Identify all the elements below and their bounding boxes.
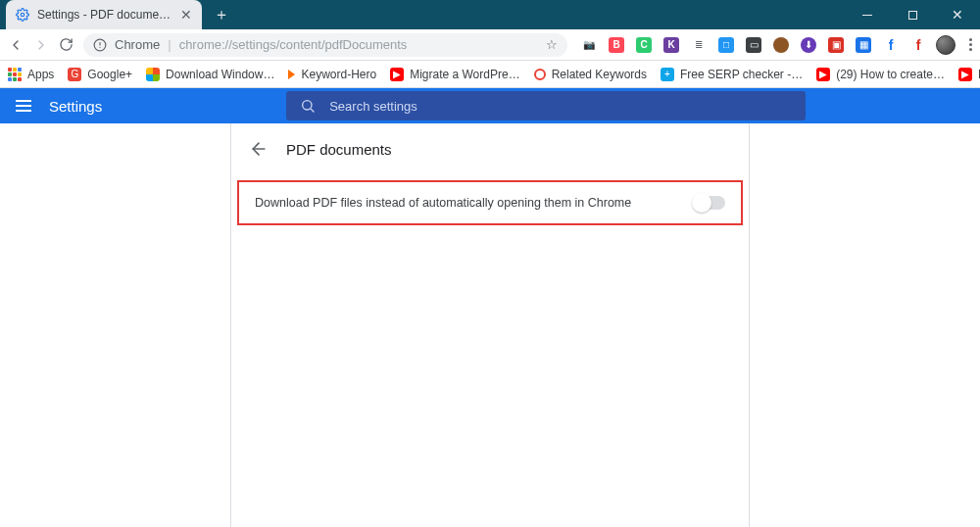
settings-page-header: PDF documents [231, 123, 749, 174]
ext-f1[interactable]: f [883, 37, 899, 53]
chrome-menu-button[interactable] [969, 38, 972, 51]
new-tab-button[interactable]: ＋ [208, 2, 235, 27]
tab-close-icon[interactable]: ✕ [180, 7, 192, 23]
bookmark-star-icon[interactable]: ☆ [546, 37, 558, 52]
address-scheme: Chrome [115, 37, 160, 52]
bookmark-item[interactable]: Related Keywords [534, 68, 647, 81]
forward-button[interactable] [33, 37, 49, 53]
ext-cookie[interactable] [773, 37, 789, 53]
window-close-button[interactable]: ✕ [935, 0, 980, 29]
pdf-download-setting-row: Download PDF files instead of automatica… [237, 180, 743, 225]
ext-b[interactable]: B [609, 37, 624, 53]
apps-grid-icon [8, 68, 22, 81]
bookmark-favicon [288, 70, 295, 79]
bookmark-favicon [146, 68, 160, 81]
settings-back-button[interactable] [249, 139, 269, 159]
site-info-icon[interactable] [93, 38, 107, 52]
bookmark-label: Google+ [87, 68, 132, 81]
browser-toolbar: Chrome | chrome://settings/content/pdfDo… [0, 29, 980, 61]
settings-header: Settings [0, 88, 980, 123]
ext-cal[interactable]: ▦ [856, 37, 871, 53]
ext-lines[interactable]: ≣ [691, 37, 707, 53]
window-minimize-button[interactable] [845, 0, 890, 29]
ext-folder[interactable]: □ [718, 37, 734, 53]
bookmark-item[interactable]: ▶Hang Ups (Want Yo… [958, 68, 980, 81]
bookmark-label: Migrate a WordPre… [410, 68, 519, 81]
ext-f2[interactable]: f [910, 37, 926, 53]
bookmark-favicon: + [661, 68, 674, 81]
address-url: chrome://settings/content/pdfDocuments [179, 37, 408, 52]
bookmark-item[interactable]: Keyword-Hero [288, 68, 376, 81]
settings-page-title: PDF documents [286, 141, 392, 158]
svg-point-4 [303, 101, 312, 110]
svg-point-0 [21, 13, 24, 17]
window-buttons: ✕ [845, 0, 980, 29]
ext-down[interactable]: ⬇ [801, 37, 816, 53]
bookmark-favicon [534, 69, 546, 80]
bookmark-item[interactable]: GGoogle+ [68, 68, 132, 81]
browser-tab[interactable]: Settings - PDF documents ✕ [6, 0, 202, 29]
bookmark-favicon: ▶ [816, 68, 830, 81]
bookmark-label: (29) How to create… [836, 68, 945, 81]
settings-panel: PDF documents Download PDF files instead… [230, 123, 750, 527]
gear-icon [16, 8, 29, 22]
bookmark-favicon: G [68, 68, 81, 81]
bookmark-label: Keyword-Hero [301, 68, 376, 81]
search-icon [300, 98, 316, 114]
ext-k[interactable]: K [663, 37, 679, 53]
address-bar[interactable]: Chrome | chrome://settings/content/pdfDo… [83, 33, 567, 57]
pdf-download-setting-label: Download PDF files instead of automatica… [255, 196, 631, 210]
svg-line-5 [311, 109, 314, 112]
bookmarks-bar: Apps GGoogle+Download Window…Keyword-Her… [0, 61, 980, 88]
extensions-row: 📷BCK≣□▭⬇▣▦ff [581, 37, 926, 53]
bookmark-item[interactable]: +Free SERP checker -… [661, 68, 803, 81]
bookmark-label: Download Window… [166, 68, 274, 81]
settings-search-input[interactable] [327, 98, 792, 115]
bookmark-favicon: ▶ [390, 68, 404, 81]
ext-screen[interactable]: ▭ [746, 37, 761, 53]
apps-label: Apps [27, 68, 54, 81]
ext-c[interactable]: C [636, 37, 652, 53]
bookmark-favicon: ▶ [958, 68, 972, 81]
window-maximize-button[interactable] [890, 0, 935, 29]
toggle-knob [692, 193, 711, 213]
settings-content: PDF documents Download PDF files instead… [0, 123, 980, 527]
bookmark-item[interactable]: Download Window… [146, 68, 274, 81]
settings-search-box[interactable] [286, 91, 806, 120]
profile-avatar[interactable] [936, 35, 956, 55]
window-titlebar: Settings - PDF documents ✕ ＋ ✕ [0, 0, 980, 29]
settings-menu-button[interactable] [16, 100, 31, 112]
back-button[interactable] [8, 37, 24, 53]
address-separator: | [168, 37, 171, 52]
ext-pdf[interactable]: ▣ [828, 37, 844, 53]
bookmark-label: Free SERP checker -… [680, 68, 803, 81]
bookmark-label: Related Keywords [552, 68, 647, 81]
apps-button[interactable]: Apps [8, 68, 54, 81]
tab-title: Settings - PDF documents [37, 8, 174, 22]
pdf-download-toggle[interactable] [694, 196, 725, 210]
settings-app-title: Settings [49, 98, 102, 115]
camera-icon[interactable]: 📷 [581, 37, 597, 53]
reload-button[interactable] [59, 37, 74, 52]
bookmark-item[interactable]: ▶(29) How to create… [816, 68, 945, 81]
bookmark-item[interactable]: ▶Migrate a WordPre… [390, 68, 519, 81]
